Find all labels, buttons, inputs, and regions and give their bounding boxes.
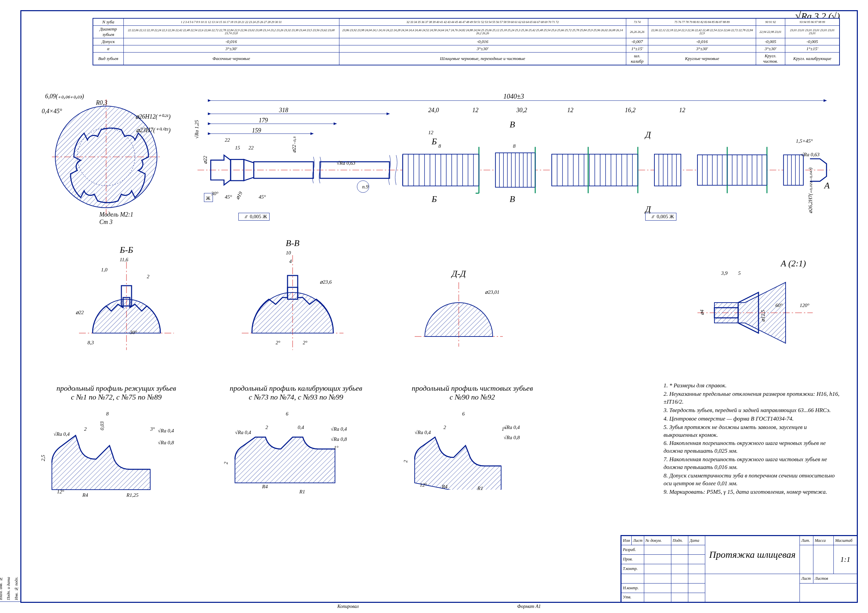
dim: 6,09(₊₀,₀₆₊₀,₀₃): [45, 93, 84, 100]
tooth-nums-g1: 3233343536373839404142434445464748495051…: [339, 18, 626, 26]
tb-hdr: Масштаб: [834, 536, 857, 545]
dim: 11,6: [120, 257, 128, 263]
drawing-frame: Ra 3,2 (√) Инв. № подл. Подп. и дата Вза…: [20, 10, 858, 603]
section-bb-svg: [72, 255, 181, 353]
main-view-svg: [191, 79, 837, 228]
dim: 159: [252, 127, 261, 134]
caption: продольный профиль чистовых зубьев с №90…: [401, 384, 544, 402]
dia: ⌀22₋₀,₅: [291, 136, 297, 153]
dim: 8: [106, 411, 109, 417]
type: Кругл. калибрующие: [785, 53, 840, 65]
row-header: Диаметр зубьев: [93, 26, 123, 38]
dim: 3,9: [721, 271, 728, 276]
dim: 16,2: [625, 107, 636, 114]
dim: 3°: [150, 426, 155, 432]
dim: 24,0: [428, 107, 439, 114]
dim: 22: [248, 145, 254, 151]
section-vv-svg: [235, 248, 350, 353]
tb-hdr: № докум.: [644, 536, 671, 545]
dim: 2: [147, 274, 150, 280]
balloon: п.9: [362, 184, 369, 190]
dim: 12: [679, 107, 685, 114]
callout: В: [510, 120, 515, 130]
tb-row: Н.контр.: [621, 583, 644, 593]
alpha: 1°±15': [785, 45, 840, 53]
angle: 45°: [259, 194, 266, 200]
note: 7. Накопленная погрешность окружного шаг…: [663, 456, 840, 471]
dim: 4: [289, 259, 292, 264]
alpha: 3°±30': [648, 45, 756, 53]
type: Шлицевые черновые, переходные и чистовые: [339, 53, 626, 65]
tooth-diam-g5: 23,0123,0123,0123,0123,0123,0123,01: [785, 26, 840, 38]
tooth-nums-g5: 93949596979899: [785, 18, 840, 26]
dia: ⌀22: [202, 156, 208, 164]
angle: 45°: [225, 194, 232, 200]
ra: √Ra 0,4: [331, 426, 347, 432]
tb-hdr: Изм: [621, 536, 632, 545]
dim: 1°: [334, 445, 339, 451]
tb-hdr: Подп.: [671, 536, 688, 545]
tol: -0,005: [756, 38, 785, 45]
angle: 30°: [211, 191, 219, 197]
tb-row: Т.контр.: [621, 564, 644, 574]
front-section: 6,09(₊₀,₀₆₊₀,₀₃) 0,4×45° R0,3 ⌀26H12(⁺⁰·…: [42, 89, 170, 224]
row-header: α: [93, 45, 123, 53]
dim: 2°: [303, 340, 307, 346]
tb-row: Утв.: [621, 593, 644, 602]
staple-label: Подп. и дата: [5, 11, 12, 602]
callout: Д: [645, 204, 651, 215]
type: шл. калибр: [626, 53, 648, 65]
profile3-svg: [401, 402, 544, 490]
drawing-title: Протяжка шлицевая: [705, 536, 800, 574]
dim: 5: [738, 271, 741, 276]
dim: 6: [462, 411, 465, 417]
staple-label: Инв. № подл.: [12, 11, 20, 602]
tol: -0,016: [648, 38, 756, 45]
ra: √Ra 0,8: [158, 440, 174, 446]
profile-finishing: продольный профиль чистовых зубьев с №90…: [401, 384, 544, 513]
dim: 22: [225, 137, 230, 143]
dim: 8,3: [87, 340, 94, 346]
tooth-diam-g2: 26,2626,26: [626, 26, 648, 38]
profile-calibrating: продольный профиль калибрующих зубьев с …: [222, 384, 370, 513]
dim: ⌀26H12(⁺⁰·²¹): [135, 113, 170, 120]
profile-cutting: продольный профиль режущих зубьев с №1 п…: [38, 384, 194, 513]
title-block: Изм Лист № докум. Подп. Дата Протяжка шл…: [620, 535, 858, 603]
dim: 60°: [775, 303, 783, 308]
detail-a-svg: [694, 269, 816, 353]
chamfer: 1,5×45°: [796, 138, 813, 144]
dim: ⌀12,5: [760, 310, 766, 322]
ra: √Ra 0,63: [337, 160, 355, 166]
dim: 0,4×45°: [42, 108, 62, 115]
alpha: 1°±15': [626, 45, 648, 53]
dim: 10: [286, 250, 291, 256]
dim: 0,03: [99, 421, 105, 430]
row-header: Вид зубьев: [93, 53, 123, 65]
alpha: 3°±30': [339, 45, 626, 53]
note: 3. Твердость зубьев, передней и задней н…: [663, 407, 840, 415]
dim: R4: [82, 492, 88, 498]
dim: 2: [403, 460, 409, 463]
footer-kopir: Копировал: [337, 604, 359, 609]
datum: Ж: [206, 195, 210, 201]
tb-hdr: Масса: [814, 536, 834, 545]
sheet: Лист: [800, 574, 814, 583]
dim: ⌀23,01: [485, 289, 499, 295]
dim: 2,5: [40, 455, 46, 461]
dim: 179: [259, 117, 268, 124]
tb-hdr: Дата: [688, 536, 705, 545]
label: Б-Б: [72, 245, 181, 255]
note: 2. Неуказанные предельные отклонения раз…: [663, 390, 840, 406]
callout: Б: [432, 194, 437, 204]
technical-requirements: 1. * Размеры для справок. 2. Неуказанные…: [663, 382, 840, 497]
total-length: 1040±3: [504, 93, 524, 100]
binding-margin: Инв. № подл. Подп. и дата Взам. инв. № И…: [8, 11, 22, 602]
dim: 8: [439, 143, 441, 149]
dim: 318: [279, 107, 288, 114]
ra: √Ra 0,63: [801, 152, 820, 158]
dim: 120°: [800, 303, 810, 308]
dim: 2: [265, 424, 268, 430]
section-dd: Д-Д ⌀23,01: [411, 269, 506, 350]
dim: 2: [223, 462, 229, 464]
tooth-diam-g1: 23,8623,9223,9824,0424,124,1624,2224,282…: [339, 26, 626, 38]
